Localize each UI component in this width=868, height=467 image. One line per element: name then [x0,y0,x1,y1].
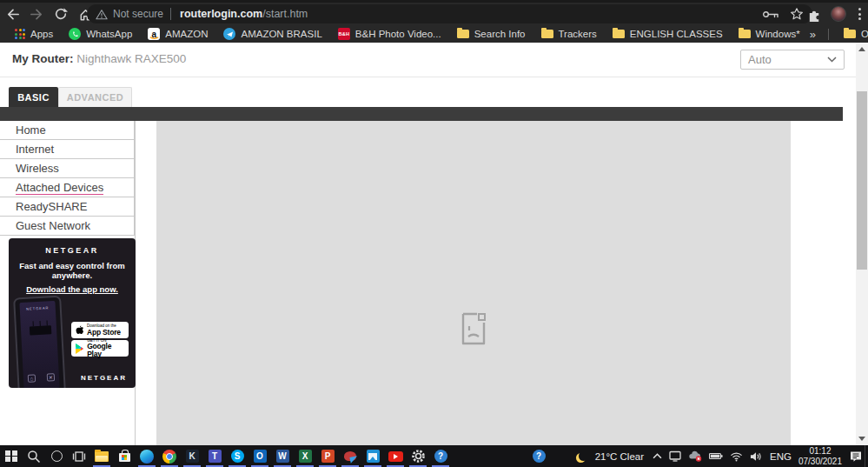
netgear-logo: NETGEAR [9,246,136,255]
apple-icon [76,325,83,335]
sidebar-item-readyshare[interactable]: ReadySHARE [0,197,134,217]
cast-display-icon[interactable] [669,450,681,462]
scrollbar-thumb[interactable] [857,91,867,270]
clock-date: 07/30/2021 [798,457,842,466]
help-app-icon[interactable]: ? [429,445,452,467]
router-admin-page: My Router: Nighthawk RAXE500 Auto BASIC … [0,43,868,445]
help-tray-icon[interactable]: ? [533,450,546,463]
extensions-puzzle-icon[interactable] [807,7,822,22]
screen: Not secure routerlogin.com/start.htm App… [0,0,868,467]
chrome-icon[interactable] [158,445,181,467]
url-path: /start.htm [262,8,308,20]
folder-icon [739,30,751,38]
omnibox-divider [170,8,171,20]
windows-logo-icon [5,450,17,463]
volume-icon[interactable] [750,451,763,462]
bookmark-whatsapp[interactable]: WhatsApp [63,26,138,42]
language-dropdown[interactable]: Auto [740,50,845,70]
onedrive-error-icon[interactable] [688,450,702,462]
amazon-icon: a [148,28,160,40]
browser-toolbar: Not secure routerlogin.com/start.htm [0,3,868,25]
sidebar-item-home[interactable]: Home [0,121,134,140]
forward-icon[interactable] [24,3,49,24]
browser-chrome: Not secure routerlogin.com/start.htm App… [0,0,868,43]
page-scrollbar[interactable] [856,43,868,445]
show-desktop-button[interactable] [865,445,868,467]
router-title: My Router: Nighthawk RAXE500 [12,52,186,65]
menu-dots-icon[interactable] [855,8,865,20]
bookmark-amazon-brasil[interactable]: AMAZON BRASIL [217,26,328,42]
address-bar[interactable]: Not secure routerlogin.com/start.htm [87,4,812,23]
word-icon[interactable]: W [271,445,294,467]
bookmark-folder-english-classes[interactable]: ENGLISH CLASSES [606,27,729,41]
outlook-icon[interactable]: O [248,445,271,467]
router-name: Nighthawk RAXE500 [76,52,186,65]
chevron-up-icon[interactable] [653,453,662,459]
star-icon[interactable] [790,7,804,21]
microsoft-store-icon[interactable] [113,445,136,467]
settings-gear-icon[interactable] [407,445,429,467]
brain-app-icon[interactable] [339,445,361,467]
warning-icon [96,9,108,20]
tab-advanced[interactable]: ADVANCED [58,87,132,107]
photos-icon[interactable] [361,445,384,467]
sidebar-item-attached-devices[interactable]: Attached Devices [0,178,134,197]
key-icon[interactable] [762,9,779,20]
url-text[interactable]: routerlogin.com/start.htm [180,8,308,20]
paper-plane-icon [223,28,235,40]
excel-icon[interactable]: X [294,445,316,467]
folder-icon [613,30,625,38]
sidebar-item-wireless[interactable]: Wireless [0,159,134,178]
tab-underline-band [0,107,843,121]
weather-text: 21°C Clear [595,451,644,462]
other-bookmarks[interactable]: Other bookmarks [838,27,868,41]
my-router-label: My Router: [12,52,74,65]
bookmark-bh-photo[interactable]: B&H B&H Photo Video... [332,26,447,42]
bookmark-amazon[interactable]: a AMAZON [142,26,214,42]
bookmarks-overflow-icon[interactable]: » [806,28,819,41]
powerpoint-icon[interactable]: P [316,445,339,467]
router-silhouette [30,325,51,335]
skype-icon[interactable]: S [226,445,248,467]
start-button[interactable] [0,445,23,467]
reload-icon[interactable] [49,3,73,24]
back-icon[interactable] [0,3,24,24]
profile-avatar[interactable] [831,6,846,22]
google-play-badge[interactable]: GET IT ONGoogle Play [71,340,129,357]
download-app-link[interactable]: Download the app now. [9,284,136,294]
folder-icon [457,30,469,38]
whatsapp-icon [69,28,81,40]
teams-icon[interactable]: T [203,445,226,467]
bookmark-folder-windows[interactable]: Windows* [732,27,806,41]
action-center-icon[interactable] [849,450,863,463]
broken-image-icon [457,309,490,349]
scrollbar-down-arrow[interactable] [858,437,865,441]
sidebar-item-guest-network[interactable]: Guest Network [0,217,134,236]
search-icon[interactable] [23,445,45,467]
file-explorer-icon[interactable] [90,445,113,467]
bookmark-folder-trackers[interactable]: Trackers [535,27,603,41]
security-label[interactable]: Not secure [113,8,163,20]
wifi-icon[interactable] [730,451,743,462]
google-play-icon [76,344,83,354]
chevron-down-icon [827,57,837,63]
task-view-icon[interactable] [68,445,90,467]
bookmark-apps[interactable]: Apps [9,27,59,41]
scrollbar-up-arrow[interactable] [858,47,865,51]
cortana-icon[interactable] [45,445,68,467]
youtube-icon[interactable] [384,445,407,467]
clock[interactable]: 01:12 07/30/2021 [798,446,842,466]
header-divider [0,77,856,77]
language-indicator[interactable]: ENG [770,451,792,462]
clock-time: 01:12 [809,446,831,456]
battery-icon[interactable] [709,451,723,461]
bookmark-folder-search-info[interactable]: Search Info [451,27,532,41]
phone-app-icon: ⌂ [28,374,36,382]
app-store-badge[interactable]: Download on theApp Store [71,322,129,338]
sidebar-item-internet[interactable]: Internet [0,140,134,159]
kindle-app-icon[interactable]: K [181,445,203,467]
tab-basic[interactable]: BASIC [9,87,58,107]
weather-widget[interactable]: 21°C Clear [579,451,644,462]
edge-icon[interactable] [136,445,158,467]
folder-icon [541,30,553,38]
